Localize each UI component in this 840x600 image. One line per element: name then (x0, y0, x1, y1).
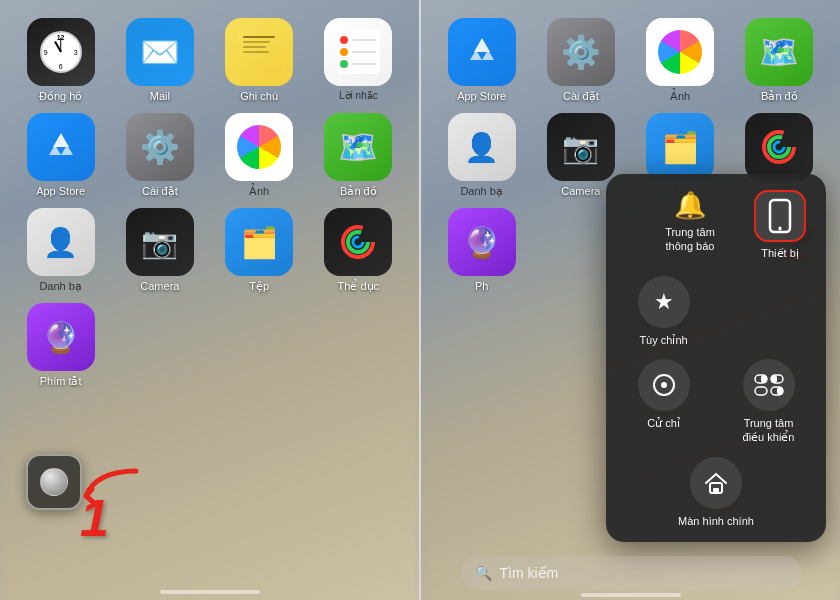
assistive-touch-center (40, 468, 68, 496)
svg-point-5 (774, 142, 784, 152)
app-camera-label-right: Camera (561, 185, 600, 197)
app-maps-label-left: Bản đồ (340, 185, 377, 198)
app-appstore-label-left: App Store (36, 185, 85, 197)
app-clock[interactable]: 12 3 6 9 Đồng hồ (14, 18, 107, 103)
menu-cu-chi[interactable]: Cử chỉ (616, 359, 711, 445)
app-clock-label: Đồng hồ (39, 90, 82, 103)
bell-icon: 🔔 (674, 190, 706, 221)
assistive-touch-button[interactable] (26, 454, 82, 510)
search-icon: 🔍 (475, 565, 492, 581)
app-settings-label-right: Cài đặt (563, 90, 599, 103)
app-contacts-right[interactable]: 👤 Danh bạ (435, 113, 528, 198)
svg-point-8 (779, 227, 782, 230)
app-reminders[interactable]: Lời nhắc (312, 18, 405, 103)
left-panel: 12 3 6 9 Đồng hồ ✉️ Mail (0, 0, 419, 600)
step-number-1: 1 (80, 488, 109, 548)
search-placeholder: Tìm kiếm (500, 565, 559, 581)
app-settings-right[interactable]: ⚙️ Cài đặt (534, 18, 627, 103)
app-appstore-left[interactable]: App Store (14, 113, 107, 198)
svg-point-2 (353, 237, 363, 247)
app-notes-label: Ghi chú (240, 90, 278, 102)
app-shortcuts-left[interactable]: 🔮 Phím tắt (14, 303, 107, 388)
right-panel: App Store ⚙️ Cài đặt Ảnh 🗺️ Bản đồ 👤 (421, 0, 840, 600)
cu-chi-label: Cử chỉ (647, 416, 680, 430)
search-bar[interactable]: 🔍 Tìm kiếm (461, 556, 801, 590)
menu-man-hinh-chinh[interactable]: Màn hình chính (616, 457, 816, 528)
app-photos-left[interactable]: Ảnh (213, 113, 306, 198)
app-photos-right[interactable]: Ảnh (634, 18, 727, 103)
app-settings-left[interactable]: ⚙️ Cài đặt (113, 113, 206, 198)
app-appstore-label-right: App Store (457, 90, 506, 102)
app-appstore-right[interactable]: App Store (435, 18, 528, 103)
app-fitness-left[interactable]: Thể dục (312, 208, 405, 293)
trung-tam-thong-bao-label: Trung tâmthông báo (665, 225, 715, 254)
svg-rect-14 (771, 375, 777, 383)
context-menu: 🔔 Trung tâmthông báo Thiết bị ★ (606, 174, 826, 542)
svg-point-1 (348, 232, 368, 252)
toggle-icon (743, 359, 795, 411)
app-photos-label-left: Ảnh (249, 185, 269, 198)
svg-rect-15 (755, 387, 767, 395)
star-icon: ★ (638, 276, 690, 328)
svg-rect-17 (777, 387, 783, 395)
app-maps-label-right: Bản đồ (761, 90, 798, 103)
svg-rect-12 (761, 375, 767, 383)
app-mail-label: Mail (150, 90, 170, 102)
left-home-indicator (160, 590, 260, 594)
app-fitness-label-left: Thể dục (338, 280, 380, 293)
thiet-bi-label: Thiết bị (761, 246, 799, 260)
app-partial-label-right: Ph (475, 280, 488, 292)
app-files-left[interactable]: 🗂️ Tệp (213, 208, 306, 293)
app-contacts-label-right: Danh bạ (460, 185, 502, 198)
svg-point-10 (661, 382, 667, 388)
app-photos-label-right: Ảnh (670, 90, 690, 103)
app-maps-left[interactable]: 🗺️ Bản đồ (312, 113, 405, 198)
app-partial-right[interactable]: 🔮 Ph (435, 208, 528, 292)
left-app-grid: 12 3 6 9 Đồng hồ ✉️ Mail (14, 18, 405, 388)
app-settings-label-left: Cài đặt (142, 185, 178, 198)
menu-tuy-chinh[interactable]: ★ Tùy chỉnh (616, 276, 711, 347)
app-mail[interactable]: ✉️ Mail (113, 18, 206, 103)
app-shortcuts-label-left: Phím tắt (40, 375, 82, 388)
app-contacts-left[interactable]: 👤 Danh bạ (14, 208, 107, 293)
app-camera-left[interactable]: 📷 Camera (113, 208, 206, 293)
app-files-label-left: Tệp (249, 280, 269, 293)
device-icon-border[interactable] (754, 190, 806, 242)
app-maps-right[interactable]: 🗺️ Bản đồ (733, 18, 826, 103)
app-contacts-label-left: Danh bạ (39, 280, 81, 293)
gesture-icon (638, 359, 690, 411)
man-hinh-chinh-label: Màn hình chính (678, 514, 754, 528)
home-icon (690, 457, 742, 509)
svg-point-4 (769, 137, 789, 157)
tuy-chinh-label: Tùy chỉnh (639, 333, 687, 347)
menu-trung-tam-dieu-khien[interactable]: Trung tâmđiều khiển (721, 359, 816, 445)
app-reminders-label: Lời nhắc (339, 90, 378, 101)
app-notes[interactable]: Ghi chú (213, 18, 306, 103)
app-camera-label-left: Camera (140, 280, 179, 292)
trung-tam-dieu-khien-label: Trung tâmđiều khiển (743, 416, 795, 445)
right-home-indicator (581, 593, 681, 597)
svg-rect-19 (713, 488, 719, 493)
